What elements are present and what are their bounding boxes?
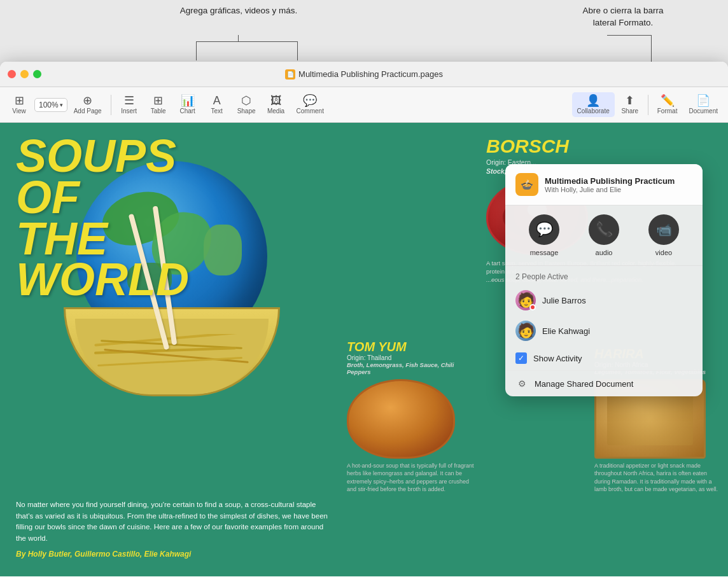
julie-avatar-wrap: 🧑 bbox=[515, 290, 536, 310]
popup-doc-icon: 🍲 bbox=[515, 173, 538, 196]
insert-icon: ☰ bbox=[124, 95, 134, 106]
app-window: 📄 Multimedia Publishing Practicum.pages … bbox=[0, 62, 728, 577]
share-button[interactable]: ⬆ Share bbox=[616, 92, 644, 117]
collaborate-popup: 🍲 Multimedia Publishing Practicum With H… bbox=[505, 164, 703, 396]
person-julie: 🧑 Julie Barros bbox=[505, 285, 703, 316]
document-icon: 📄 bbox=[285, 69, 295, 80]
share-icon: ⬆ bbox=[625, 95, 634, 106]
body-text-section: No matter where you find yourself dining… bbox=[16, 499, 334, 559]
tom-yum-bowl bbox=[347, 379, 455, 459]
view-icon: ⊞ bbox=[15, 95, 24, 106]
close-button[interactable] bbox=[8, 70, 16, 78]
message-icon: 💬 bbox=[536, 221, 553, 238]
comment-button[interactable]: 💬 Comment bbox=[291, 92, 329, 117]
window-title: 📄 Multimedia Publishing Practicum.pages bbox=[285, 69, 443, 80]
add-page-icon: ⊕ bbox=[83, 95, 92, 106]
chart-button[interactable]: 📊 Chart bbox=[174, 92, 202, 117]
shape-button[interactable]: ⬡ Shape bbox=[232, 92, 261, 117]
chevron-down-icon: ▾ bbox=[60, 102, 63, 108]
message-action[interactable]: 💬 message bbox=[529, 214, 559, 256]
fullscreen-button[interactable] bbox=[33, 70, 41, 78]
text-icon: A bbox=[213, 95, 221, 106]
person-elie: 🧑 Elie Kahwagi bbox=[505, 316, 703, 346]
separator-1 bbox=[111, 95, 111, 115]
callout-bracket-right bbox=[297, 41, 298, 60]
media-icon: 🖼 bbox=[270, 95, 282, 106]
video-icon-circle: 📹 bbox=[648, 214, 679, 245]
format-icon: ✏️ bbox=[661, 95, 675, 106]
text-button[interactable]: A Text bbox=[203, 92, 231, 117]
traffic-lights bbox=[8, 70, 41, 78]
video-icon: 📹 bbox=[656, 222, 672, 237]
show-activity-checkbox[interactable]: ✓ bbox=[515, 352, 527, 364]
multimedia-callout: Agrega gráficas, videos y más. bbox=[175, 5, 302, 17]
people-active-title: 2 People Active bbox=[505, 266, 703, 285]
table-button[interactable]: ⊞ Table bbox=[144, 92, 172, 117]
tom-yum-section: TOM YUM Origin: Thailand Broth, Lemongra… bbox=[347, 340, 474, 494]
message-icon-circle: 💬 bbox=[529, 214, 559, 245]
format-callout-line bbox=[651, 35, 652, 62]
callout-line-up bbox=[238, 35, 239, 41]
document-canvas: SOUPS OF THE WORLD bbox=[0, 123, 728, 576]
format-callout: Abre o cierra la barralateral Formato. bbox=[553, 5, 693, 29]
comment-icon: 💬 bbox=[303, 95, 317, 106]
audio-icon-circle: 📞 bbox=[589, 214, 619, 245]
view-button[interactable]: ⊞ View bbox=[5, 92, 33, 117]
document-icon-tb: 📄 bbox=[696, 95, 710, 106]
toolbar: ⊞ View 100% ▾ ⊕ Add Page ☰ Insert ⊞ Tabl… bbox=[0, 87, 728, 123]
minimize-button[interactable] bbox=[20, 70, 29, 78]
main-title: SOUPS OF THE WORLD bbox=[16, 136, 189, 300]
zoom-control[interactable]: 100% ▾ bbox=[34, 98, 67, 112]
elie-avatar: 🧑 bbox=[515, 321, 536, 341]
audio-action[interactable]: 📞 audio bbox=[589, 214, 619, 256]
show-activity-row[interactable]: ✓ Show Activity bbox=[505, 346, 703, 370]
manage-document-row[interactable]: ⚙ Manage Shared Document bbox=[505, 370, 703, 396]
popup-communication-actions: 💬 message 📞 audio 📹 video bbox=[505, 205, 703, 266]
collaborate-button[interactable]: 👤 Collaborate bbox=[572, 92, 615, 117]
callout-bracket-left bbox=[196, 41, 197, 60]
add-page-button[interactable]: ⊕ Add Page bbox=[69, 92, 107, 117]
chart-icon: 📊 bbox=[181, 95, 195, 106]
collaborate-icon: 👤 bbox=[586, 95, 600, 106]
titlebar: 📄 Multimedia Publishing Practicum.pages bbox=[0, 62, 728, 87]
julie-online-indicator bbox=[529, 304, 536, 310]
format-callout-hline bbox=[607, 35, 652, 36]
phone-icon: 📞 bbox=[596, 221, 613, 238]
callout-bracket-top bbox=[196, 41, 298, 42]
video-action[interactable]: 📹 video bbox=[648, 214, 679, 256]
manage-doc-icon: ⚙ bbox=[515, 377, 528, 390]
elie-avatar-wrap: 🧑 bbox=[515, 321, 536, 341]
media-button[interactable]: 🖼 Media bbox=[262, 92, 290, 117]
popup-header: 🍲 Multimedia Publishing Practicum With H… bbox=[505, 164, 703, 205]
format-button[interactable]: ✏️ Format bbox=[652, 92, 683, 117]
insert-button[interactable]: ☰ Insert bbox=[115, 92, 143, 117]
separator-2 bbox=[648, 95, 648, 115]
document-button[interactable]: 📄 Document bbox=[683, 92, 723, 117]
table-icon: ⊞ bbox=[153, 95, 163, 106]
shape-icon: ⬡ bbox=[241, 95, 251, 106]
